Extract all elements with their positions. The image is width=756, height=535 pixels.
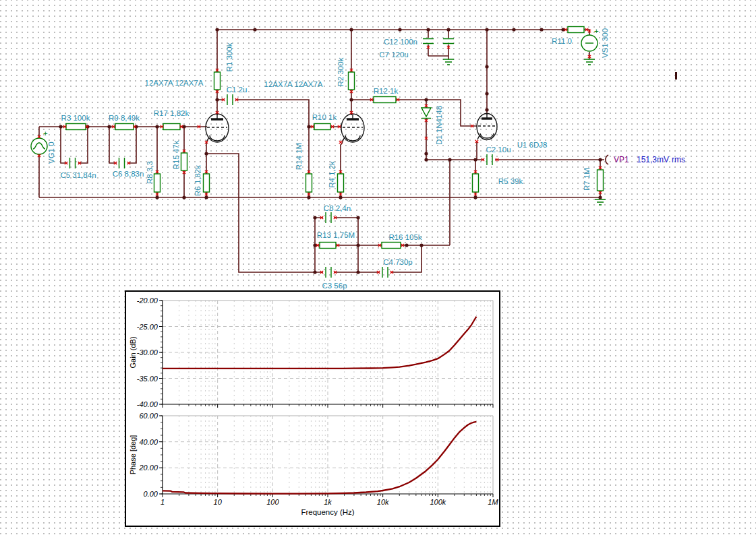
wire[interactable] — [39, 127, 600, 197]
resistor-r16[interactable] — [382, 243, 401, 249]
resistor-r5[interactable] — [473, 174, 479, 192]
label-r4: R4 1,2k — [328, 161, 336, 188]
label-c5: C5 31,84n — [60, 171, 96, 179]
capacitor-c3[interactable] — [326, 267, 331, 278]
junction-dot — [155, 195, 158, 199]
label-r17: R17 1,82k — [154, 109, 190, 117]
wire[interactable] — [428, 30, 448, 59]
capacitor-c4[interactable] — [382, 267, 388, 278]
diode-d1[interactable] — [421, 108, 431, 119]
label-vg1: VG1 0 — [47, 141, 55, 164]
probe-readout: VP1 151,3mV rms — [614, 155, 685, 164]
resistor-r8[interactable] — [154, 174, 161, 192]
capacitor-c5[interactable] — [70, 158, 76, 168]
label-r7: R7 1M — [583, 168, 591, 191]
junction-dot — [446, 28, 450, 31]
label-c1: C1 2u — [227, 86, 248, 94]
junction-dot — [339, 195, 342, 199]
x-tick-label: 100k — [430, 498, 446, 506]
probe-terminal[interactable] — [606, 155, 608, 164]
x-tick-label: 100 — [266, 498, 279, 506]
junction-dot — [349, 98, 353, 101]
x-tick-label: 10k — [377, 498, 389, 506]
schematic-editor-canvas[interactable]: VG1 0 + R3 100k R9 8,49k R17 1,82k C5 31… — [0, 0, 756, 535]
ground-icon — [584, 59, 595, 65]
capacitor-c2[interactable] — [487, 154, 492, 165]
tube-u1-6dj8[interactable] — [477, 114, 497, 140]
label-d1: D1 1N4148 — [435, 106, 443, 145]
tube-v1-12ax7a[interactable] — [206, 114, 229, 142]
pin-x-mark — [339, 141, 342, 144]
generator-vg1[interactable] — [31, 138, 47, 154]
cursor-mark — [675, 72, 677, 80]
junction-dot — [59, 125, 62, 128]
y-tick-label: 0.00 — [144, 490, 158, 498]
phase-plot: 60.0040.0020.000.001101001k10k100k1MPhas… — [129, 412, 498, 516]
resistor-r15[interactable] — [181, 153, 187, 170]
y-tick-label: 20.00 — [138, 464, 158, 472]
label-r2: R2 300k — [337, 57, 345, 86]
junction-dot — [424, 158, 428, 161]
label-c3: C3 56p — [322, 282, 347, 290]
y-axis-title: Phase [deg] — [129, 435, 137, 475]
resistor-r11[interactable] — [568, 27, 584, 33]
label-r14: R14 1M — [295, 143, 303, 170]
junction-dot — [419, 243, 423, 247]
x-axis-title: Frequency (Hz) — [301, 508, 354, 516]
label-r8: R8 3,3 — [146, 161, 154, 184]
junction-dot — [307, 125, 310, 128]
junction-dot — [215, 98, 219, 101]
wire[interactable] — [475, 160, 600, 198]
components — [31, 27, 606, 278]
label-c4: C4 730p — [383, 258, 412, 266]
label-r10: R10 1k — [312, 113, 337, 121]
wire[interactable] — [157, 127, 184, 197]
resistor-r3[interactable] — [66, 124, 86, 130]
junction-dot — [356, 216, 359, 219]
resistor-r1[interactable] — [214, 72, 221, 90]
label-c7: C7 120u — [379, 51, 408, 59]
analysis-plot-panel[interactable]: -20.00-25.00-30.00-35.00-40.00Gain (dB)6… — [125, 290, 500, 527]
wire[interactable] — [426, 100, 475, 245]
resistor-r2[interactable] — [349, 72, 355, 90]
y-tick-label: -25.00 — [137, 323, 158, 331]
resistor-r10[interactable] — [314, 124, 330, 130]
resistor-r12[interactable] — [374, 97, 396, 103]
capacitor-c8[interactable] — [326, 212, 331, 223]
label-u1: U1 6DJ8 — [517, 141, 548, 149]
capacitor-c1[interactable] — [227, 94, 233, 105]
resistor-r17[interactable] — [163, 124, 180, 130]
label-r6: R6 1,82k — [194, 165, 202, 196]
label-r1: R1 300k — [225, 42, 233, 71]
junction-dot — [424, 98, 428, 101]
capacitor-c7[interactable] — [443, 39, 454, 44]
tubes — [206, 114, 497, 143]
resistor-r7[interactable] — [598, 170, 604, 191]
resistor-r13[interactable] — [320, 243, 336, 249]
x-tick-label: 1M — [488, 498, 498, 506]
gain-plot: -20.00-25.00-30.00-35.00-40.00Gain (dB) — [129, 296, 493, 408]
junction-dot — [204, 152, 208, 155]
capacitor-c6[interactable] — [119, 158, 125, 168]
junction-dot — [356, 243, 359, 247]
label-r12: R12 1k — [374, 87, 399, 95]
probe-name[interactable]: VP1 — [614, 155, 629, 164]
capacitor-c12[interactable] — [423, 39, 434, 44]
label-r11: R11 0 — [552, 37, 572, 45]
wire[interactable] — [61, 127, 136, 163]
resistor-r6[interactable] — [204, 174, 210, 192]
label-vs1-plus: + — [594, 27, 599, 35]
junction-dot — [398, 28, 401, 31]
tube-v2-12ax7a[interactable] — [341, 114, 364, 142]
source-vs1[interactable] — [581, 35, 598, 51]
y-axis-title: Gain (dB) — [129, 336, 137, 368]
junction-dot — [204, 195, 208, 199]
resistor-r4[interactable] — [338, 174, 344, 192]
resistor-r14[interactable] — [306, 174, 312, 192]
junction-dot — [485, 28, 488, 31]
label-c8: C8 2,4n — [324, 204, 351, 212]
probe-unit: rms — [672, 155, 685, 164]
resistor-r9[interactable] — [115, 124, 134, 130]
y-tick-label: -35.00 — [137, 375, 158, 383]
label-tube-pair-2: 12AX7A 12AX7A — [264, 80, 323, 88]
